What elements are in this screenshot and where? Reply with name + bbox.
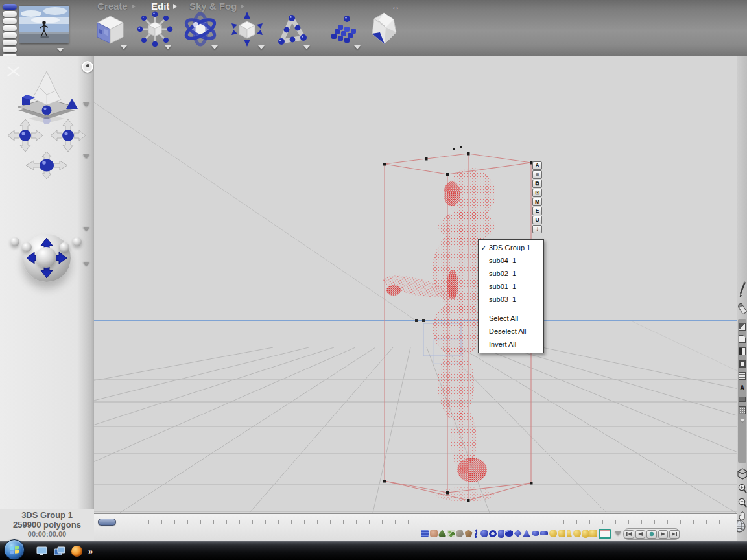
memory-dots-dropdown-arrow[interactable] [83, 262, 89, 266]
menu-item-sub01-1[interactable]: sub01_1 [479, 280, 543, 293]
antialias-toggle[interactable]: A [739, 384, 746, 392]
create-half-light-icon[interactable] [558, 530, 565, 537]
start-button[interactable] [4, 539, 25, 560]
trackball-dropdown-arrow[interactable] [83, 227, 89, 231]
pan-mode-dropdown-arrow[interactable] [83, 154, 89, 158]
tool-dropdown-arrow[interactable] [121, 45, 127, 49]
menu-item-sub02-1[interactable]: sub02_1 [479, 267, 543, 280]
page-mode-icon[interactable] [739, 335, 746, 343]
memory-dot[interactable] [10, 237, 19, 246]
firefox-quicklaunch-icon[interactable] [71, 546, 82, 557]
tool-reposition-cube-icon[interactable] [228, 10, 266, 48]
create-slab-icon[interactable] [540, 531, 548, 535]
drop-to-ground-button[interactable]: ↓ [532, 225, 542, 233]
create-round-light-icon[interactable] [573, 530, 581, 537]
memory-dot-large[interactable] [36, 247, 56, 268]
create-ground-icon[interactable] [430, 530, 438, 537]
pan-cross-left-control[interactable] [5, 118, 45, 153]
grid-mode-icon[interactable] [739, 406, 746, 414]
preset-pill-selected[interactable] [3, 4, 17, 10]
pan-cross-flat-control[interactable] [23, 150, 70, 180]
create-trees-icon[interactable] [447, 530, 455, 537]
preset-pill[interactable] [3, 40, 17, 45]
create-water-icon[interactable] [421, 530, 429, 537]
show-desktop-icon[interactable] [36, 546, 48, 556]
quick-launch-overflow-chevron[interactable]: » [88, 546, 93, 556]
create-cylinder-icon[interactable] [498, 530, 504, 538]
create-pyramid-icon[interactable] [514, 530, 522, 537]
memory-dot[interactable] [60, 242, 69, 252]
tool-dropdown-arrow[interactable] [303, 45, 310, 49]
tool-dropdown-arrow[interactable] [211, 45, 218, 49]
smoothing-button[interactable]: U [532, 216, 542, 224]
render-preview-icon[interactable] [739, 323, 746, 331]
tool-dropdown-arrow[interactable] [165, 45, 171, 49]
create-stream-icon[interactable] [473, 529, 479, 538]
memory-dot[interactable] [73, 237, 82, 246]
tool-terrain-crystal-icon[interactable] [364, 10, 402, 48]
attributes-button[interactable]: A [532, 161, 542, 170]
region-render-icon[interactable] [739, 397, 746, 402]
contrast-mode-icon[interactable] [739, 347, 746, 355]
preset-pill[interactable] [3, 47, 17, 52]
origin-handle-button[interactable]: ⊡ [532, 189, 542, 197]
create-stone-icon[interactable] [465, 530, 473, 537]
menu-item-invert-all[interactable]: Invert All [479, 338, 543, 351]
scanline-mode-icon[interactable] [739, 372, 746, 380]
step-back-button[interactable] [635, 530, 646, 539]
eraser-tool-icon[interactable] [738, 301, 747, 318]
display-dropdown-arrow[interactable] [740, 419, 744, 422]
create-radial-light-icon[interactable] [549, 530, 557, 537]
create-tube-light-icon[interactable] [582, 530, 589, 538]
timeline-slider[interactable] [97, 520, 732, 524]
zoom-in-icon[interactable] [738, 484, 747, 496]
create-cone-icon[interactable] [523, 530, 530, 537]
tool-resize-star-icon[interactable] [136, 10, 174, 48]
framed-render-icon[interactable] [739, 360, 746, 368]
memory-dot[interactable] [22, 242, 32, 252]
menu-item-3ds-group-1[interactable]: ✓ 3DS Group 1 [479, 241, 543, 254]
create-rock-icon[interactable] [456, 530, 464, 537]
create-sphere-icon[interactable] [480, 530, 488, 537]
scene-platform-preview[interactable] [9, 66, 84, 124]
create-wedge-light-icon[interactable] [567, 530, 573, 537]
scene-viewport[interactable]: A ■ ⧉ ⊡ M E U ↓ ✓ 3DS Group 1 sub04_1 su… [94, 56, 737, 513]
menu-item-sub03-1[interactable]: sub03_1 [479, 293, 543, 306]
preset-pill[interactable] [3, 32, 17, 38]
window-switcher-icon[interactable] [54, 546, 65, 556]
menu-item-sub04-1[interactable]: sub04_1 [479, 254, 543, 267]
tool-multi-replicate-icon[interactable] [327, 14, 361, 48]
tool-dropdown-arrow[interactable] [354, 45, 361, 49]
play-button[interactable] [658, 530, 669, 539]
preset-pill[interactable] [3, 11, 17, 17]
tool-rotate-rings-icon[interactable] [180, 9, 220, 49]
tool-material-cube-icon[interactable] [93, 13, 128, 48]
menu-create[interactable]: Create [97, 1, 136, 12]
tool-alignment-icon[interactable] [272, 10, 311, 49]
family-button[interactable]: ⧉ [532, 180, 542, 188]
edit-mesh-button[interactable]: E [532, 207, 542, 215]
tool-dropdown-arrow[interactable] [258, 45, 265, 49]
camera-mode-dropdown-arrow[interactable] [83, 102, 89, 106]
preset-pill[interactable] [3, 18, 17, 24]
thumbnail-dropdown-arrow[interactable] [57, 48, 64, 52]
create-torus-icon[interactable] [489, 530, 497, 537]
pencil-tool-icon[interactable] [738, 281, 747, 299]
solo-button[interactable]: ■ [532, 170, 542, 179]
create-cube-icon[interactable] [505, 530, 513, 537]
menu-item-deselect-all[interactable]: Deselect All [479, 325, 543, 338]
scene-preview-thumbnail[interactable] [19, 6, 69, 43]
timeline-slider-handle[interactable] [98, 519, 116, 526]
create-cube-light-icon[interactable] [589, 530, 597, 537]
wireframe-cube-icon[interactable] [737, 468, 747, 480]
palette-dropdown-arrow[interactable] [615, 531, 621, 535]
pan-cross-right-control[interactable] [48, 118, 88, 153]
first-frame-button[interactable] [624, 530, 634, 539]
menu-item-select-all[interactable]: Select All [479, 312, 543, 325]
create-ground-plane-icon[interactable] [599, 529, 611, 539]
step-forward-button[interactable] [669, 530, 680, 539]
create-mountain-icon[interactable] [438, 530, 446, 537]
preset-pill[interactable] [3, 25, 17, 31]
material-lab-button[interactable]: M [532, 198, 542, 206]
record-button[interactable] [646, 530, 657, 539]
